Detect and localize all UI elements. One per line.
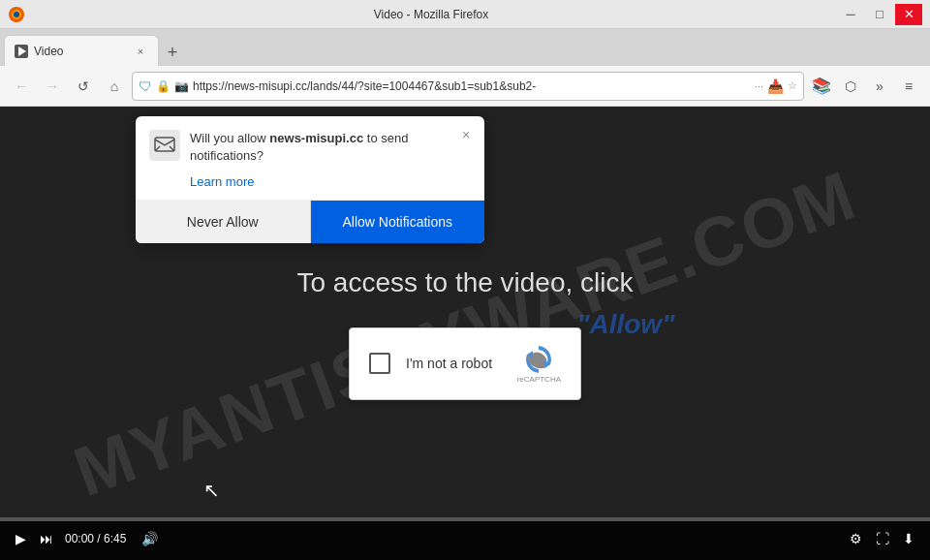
popup-close-button[interactable]: × bbox=[455, 124, 477, 145]
right-controls: ⚙ ⛶ ⬇ bbox=[848, 529, 916, 548]
allow-notifications-button[interactable]: Allow Notifications bbox=[311, 201, 485, 243]
popup-text: Will you allow news-misupi.cc to send no… bbox=[190, 130, 471, 165]
popup-message-prefix: Will you allow bbox=[190, 131, 269, 145]
tab-bar: Video × + bbox=[0, 29, 930, 66]
shield-icon: 🛡 bbox=[139, 78, 152, 94]
video-message-text: To access to the video, click bbox=[296, 267, 633, 297]
time-display: 00:00 / 6:45 bbox=[65, 532, 126, 545]
popup-notification-icon bbox=[149, 130, 180, 161]
allow-hint: "Allow" bbox=[576, 309, 674, 340]
library-button[interactable]: 📚 bbox=[808, 73, 835, 100]
popup-site: news-misupi.cc bbox=[269, 131, 363, 145]
tab-label: Video bbox=[34, 45, 63, 58]
captcha-box[interactable]: I'm not a robot reCAPTCHA bbox=[349, 327, 581, 400]
popup-header: Will you allow news-misupi.cc to send no… bbox=[136, 116, 484, 172]
menu-button[interactable]: ≡ bbox=[895, 73, 922, 100]
close-button[interactable]: ✕ bbox=[895, 4, 922, 25]
forward-button[interactable]: → bbox=[39, 73, 66, 100]
tab-close-button[interactable]: × bbox=[133, 44, 148, 59]
nav-right-icons: 📚 ⬡ » ≡ bbox=[808, 73, 922, 100]
camera-icon: 📷 bbox=[174, 79, 189, 93]
content-area: MYANTISPYWARE.COM "Allow" To access to t… bbox=[0, 107, 930, 560]
never-allow-button[interactable]: Never Allow bbox=[136, 201, 311, 243]
title-bar: Video - Mozilla Firefox ─ □ ✕ bbox=[0, 0, 930, 29]
more-tools-button[interactable]: » bbox=[866, 73, 893, 100]
captcha-label: I'm not a robot bbox=[406, 356, 492, 371]
video-message: To access to the video, click bbox=[296, 267, 633, 298]
home-button[interactable]: ⌂ bbox=[101, 73, 128, 100]
learn-more-link[interactable]: Learn more bbox=[190, 174, 254, 189]
popup-actions: Never Allow Allow Notifications bbox=[136, 200, 484, 243]
lock-icon: 🔒 bbox=[156, 79, 170, 93]
title-bar-left bbox=[8, 6, 25, 23]
cursor-arrow: ↖ bbox=[203, 479, 220, 502]
window-controls: ─ □ ✕ bbox=[837, 4, 922, 25]
back-button[interactable]: ← bbox=[8, 73, 35, 100]
firefox-icon bbox=[8, 6, 25, 23]
window-title: Video - Mozilla Firefox bbox=[25, 8, 837, 21]
recaptcha-text: reCAPTCHA bbox=[517, 375, 561, 384]
popup-learn-more: Learn more bbox=[136, 172, 484, 200]
minimize-button[interactable]: ─ bbox=[837, 4, 864, 25]
active-tab[interactable]: Video × bbox=[4, 35, 159, 66]
tab-favicon bbox=[15, 45, 28, 58]
captcha-checkbox[interactable] bbox=[369, 353, 390, 374]
url-text: https://news-misupi.cc/lands/44/?site=10… bbox=[193, 79, 751, 93]
svg-point-2 bbox=[14, 12, 19, 17]
address-icons: ··· 📥 ☆ bbox=[755, 78, 797, 94]
address-bar[interactable]: 🛡 🔒 📷 https://news-misupi.cc/lands/44/?s… bbox=[132, 72, 804, 101]
pocket-icon: 📥 bbox=[767, 78, 784, 94]
download-button[interactable]: ⬇ bbox=[901, 529, 916, 548]
notification-popup: Will you allow news-misupi.cc to send no… bbox=[136, 116, 484, 243]
navigation-bar: ← → ↺ ⌂ 🛡 🔒 📷 https://news-misupi.cc/lan… bbox=[0, 66, 930, 107]
captcha-logo: reCAPTCHA bbox=[517, 344, 561, 384]
new-tab-button[interactable]: + bbox=[159, 39, 186, 66]
progress-bar[interactable] bbox=[0, 517, 930, 521]
volume-button[interactable]: 🔊 bbox=[140, 529, 160, 548]
fullscreen-button[interactable]: ⛶ bbox=[874, 529, 891, 548]
message-icon bbox=[154, 135, 175, 156]
recaptcha-icon bbox=[523, 344, 554, 375]
settings-button[interactable]: ⚙ bbox=[848, 529, 864, 548]
more-options-icon[interactable]: ··· bbox=[755, 80, 763, 92]
maximize-button[interactable]: □ bbox=[866, 4, 893, 25]
video-controls: ▶ ⏭ 00:00 / 6:45 🔊 ⚙ ⛶ ⬇ bbox=[0, 517, 930, 560]
bookmark-icon[interactable]: ☆ bbox=[788, 79, 797, 92]
refresh-button[interactable]: ↺ bbox=[70, 73, 97, 100]
popup-title: Will you allow news-misupi.cc to send no… bbox=[190, 130, 471, 165]
sync-button[interactable]: ⬡ bbox=[837, 73, 864, 100]
play-button[interactable]: ▶ bbox=[14, 529, 28, 548]
next-button[interactable]: ⏭ bbox=[38, 529, 55, 548]
